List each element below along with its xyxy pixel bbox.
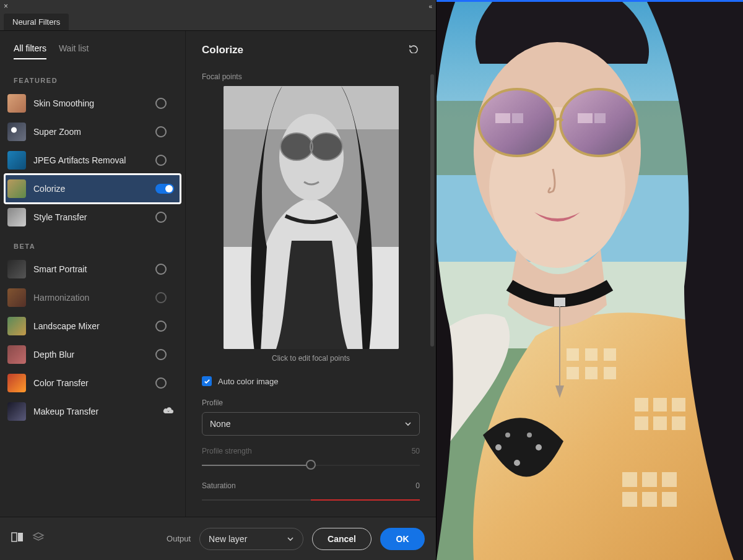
svg-point-32: [495, 444, 502, 450]
filter-super-zoom[interactable]: Super Zoom: [5, 118, 180, 146]
saturation-slider: Saturation 0: [202, 481, 420, 505]
filter-label: JPEG Artifacts Removal: [33, 155, 155, 165]
layers-icon[interactable]: [32, 532, 45, 546]
filter-toggle[interactable]: [155, 264, 174, 274]
filter-toggle[interactable]: [155, 184, 174, 194]
scrollbar[interactable]: [430, 74, 434, 347]
filter-toggle[interactable]: [155, 127, 174, 137]
svg-point-34: [536, 444, 542, 450]
profile-strength-slider: Profile strength 50: [202, 447, 420, 470]
filter-thumb: [7, 151, 26, 170]
svg-rect-47: [554, 298, 565, 306]
filter-thumb: [7, 208, 26, 226]
svg-rect-16: [604, 348, 616, 361]
filter-style-transfer[interactable]: Style Transfer: [5, 203, 180, 231]
filter-makeup-transfer[interactable]: Makeup Transfer: [5, 397, 180, 426]
output-dropdown[interactable]: New layer: [199, 528, 303, 550]
filter-label: Landscape Mixer: [33, 321, 155, 331]
slider-value: 0: [415, 481, 420, 490]
tab-neural-filters[interactable]: Neural Filters: [4, 14, 69, 30]
close-icon[interactable]: ×: [4, 2, 8, 11]
preview-toggle-icon[interactable]: [11, 532, 24, 546]
canvas-preview[interactable]: [437, 0, 743, 560]
svg-rect-46: [594, 113, 606, 123]
filter-harmonization[interactable]: Harmonization: [5, 283, 180, 312]
focal-points-label: Focal points: [202, 72, 420, 81]
filter-label: Smart Portrait: [33, 264, 155, 274]
filter-subtabs: All filters Wait list: [0, 40, 185, 66]
filter-color-transfer[interactable]: Color Transfer: [5, 369, 180, 397]
filter-toggle[interactable]: [155, 350, 174, 360]
panel-footer: Output New layer Cancel OK: [0, 517, 436, 560]
cloud-download-icon[interactable]: [163, 406, 174, 417]
svg-rect-20: [635, 398, 648, 411]
filter-thumb: [7, 317, 26, 335]
filter-toggle[interactable]: [155, 293, 174, 303]
svg-rect-8: [12, 533, 17, 541]
filter-thumb: [7, 94, 26, 113]
filter-toggle[interactable]: [155, 212, 174, 222]
output-value: New layer: [209, 534, 247, 544]
subtab-all-filters[interactable]: All filters: [14, 43, 46, 59]
slider-track[interactable]: [202, 459, 420, 470]
profile-dropdown[interactable]: None: [202, 412, 420, 436]
neural-filters-panel: × « Neural Filters All filters Wait list…: [0, 0, 437, 560]
svg-rect-31: [662, 492, 677, 507]
slider-track[interactable]: [202, 494, 420, 505]
app-root: × « Neural Filters All filters Wait list…: [0, 0, 743, 560]
filter-label: Makeup Transfer: [33, 407, 163, 416]
filter-toggle[interactable]: [155, 321, 174, 331]
filter-colorize[interactable]: Colorize: [5, 174, 180, 203]
svg-rect-44: [512, 113, 523, 123]
svg-rect-43: [495, 113, 510, 123]
filter-skin-smoothing[interactable]: Skin Smoothing: [5, 89, 180, 118]
filter-landscape-mixer[interactable]: Landscape Mixer: [5, 312, 180, 340]
filter-smart-portrait[interactable]: Smart Portrait: [5, 255, 180, 283]
slider-value: 50: [412, 447, 420, 455]
filter-label: Skin Smoothing: [33, 98, 155, 108]
filter-depth-blur[interactable]: Depth Blur: [5, 340, 180, 369]
filter-sidebar: All filters Wait list FEATURED Skin Smoo…: [0, 31, 186, 517]
titlebar: × «: [0, 0, 436, 12]
svg-point-36: [527, 433, 532, 437]
output-label: Output: [167, 534, 191, 543]
svg-rect-25: [672, 416, 685, 430]
auto-color-checkbox-row[interactable]: Auto color image: [202, 376, 420, 386]
filter-thumb: [7, 288, 26, 307]
subtab-wait-list[interactable]: Wait list: [59, 43, 89, 59]
svg-rect-21: [653, 398, 667, 411]
slider-label: Profile strength: [202, 447, 252, 455]
svg-rect-45: [578, 113, 593, 123]
section-beta: BETA: [0, 231, 185, 255]
svg-rect-30: [642, 492, 657, 507]
filter-toggle[interactable]: [155, 98, 174, 108]
slider-thumb[interactable]: [306, 460, 316, 470]
svg-rect-23: [635, 416, 648, 430]
svg-rect-22: [672, 398, 685, 411]
filter-label: Depth Blur: [33, 350, 155, 360]
focal-points-preview[interactable]: [224, 86, 399, 349]
svg-rect-9: [18, 533, 23, 541]
panel-tabstrip: Neural Filters: [0, 12, 436, 31]
ok-button[interactable]: OK: [380, 528, 425, 550]
filter-toggle[interactable]: [155, 155, 174, 165]
svg-rect-18: [585, 367, 597, 379]
filter-thumb: [7, 345, 26, 364]
svg-rect-19: [604, 367, 616, 379]
svg-rect-15: [585, 348, 597, 361]
checkbox-icon[interactable]: [202, 376, 212, 386]
cancel-button[interactable]: Cancel: [312, 528, 372, 550]
filter-toggle[interactable]: [155, 378, 174, 388]
svg-rect-17: [567, 367, 579, 379]
chevron-down-icon: [287, 535, 294, 543]
filter-thumb: [7, 402, 26, 421]
filter-jpeg-artifacts[interactable]: JPEG Artifacts Removal: [5, 146, 180, 174]
svg-point-33: [514, 460, 520, 466]
reset-icon[interactable]: [407, 43, 420, 56]
filter-label: Harmonization: [33, 293, 155, 303]
svg-rect-26: [622, 472, 637, 487]
collapse-icon[interactable]: «: [428, 3, 432, 10]
svg-rect-29: [622, 492, 637, 507]
svg-rect-14: [567, 348, 579, 361]
filter-label: Style Transfer: [33, 212, 155, 222]
